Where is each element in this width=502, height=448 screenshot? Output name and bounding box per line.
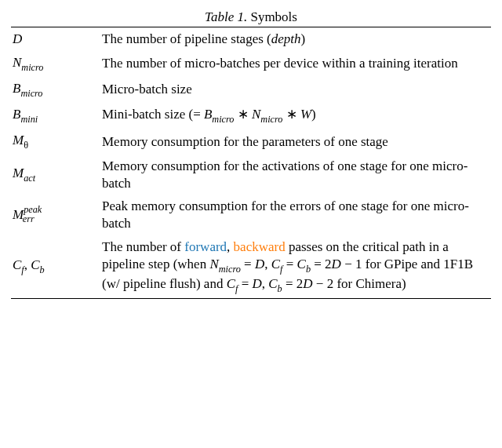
symbol-sub: micro	[21, 62, 43, 73]
math-var: C	[227, 276, 235, 291]
math-var: W	[300, 107, 311, 122]
math-var: C	[268, 276, 277, 291]
math-op: =	[282, 257, 296, 271]
backward-text: backward	[234, 239, 286, 254]
math-var: D	[252, 276, 261, 291]
desc-cell: The number of pipeline stages (depth)	[100, 27, 491, 51]
math-sub: b	[278, 283, 282, 294]
math-sub: f	[235, 283, 238, 294]
table-row: Nmicro The number of micro-batches per d…	[11, 51, 491, 77]
math-var: D	[332, 257, 341, 271]
symbol-Cf: C	[13, 257, 21, 272]
desc-cell: Peak memory consumption for the errors o…	[100, 195, 491, 235]
desc-cell: Micro-batch size	[100, 77, 491, 103]
math-var: D	[255, 257, 264, 271]
symbol-Nmicro: N	[13, 55, 21, 70]
table-row: Bmini Mini-batch size (= Bmicro ∗ Nmicro…	[11, 103, 491, 129]
math-var: C	[271, 257, 280, 271]
desc-text: ,	[262, 276, 269, 291]
desc-emph: depth	[271, 31, 301, 46]
desc-text: Mini-batch size (=	[102, 107, 204, 122]
math-var: N	[209, 257, 218, 271]
symbol-sub: mini	[20, 114, 38, 125]
symbols-table: D The number of pipeline stages (depth) …	[11, 27, 491, 299]
math-op: ∗	[282, 107, 300, 122]
table-row: Cf, Cb The number of forward, backward p…	[11, 235, 491, 298]
math-op: =	[238, 276, 252, 291]
math-op: = 2	[311, 257, 332, 271]
math-op: =	[241, 257, 255, 271]
symbol-cell: Bmicro	[11, 77, 100, 103]
table-caption: Table 1. Symbols	[11, 9, 491, 25]
table-row: Mpeakerr Peak memory consumption for the…	[11, 195, 491, 235]
table-label: Table 1.	[205, 9, 247, 24]
table-row: D The number of pipeline stages (depth)	[11, 27, 491, 51]
symbol-Bmicro: B	[13, 81, 20, 96]
math-sub: micro	[219, 264, 241, 275]
symbol-sub: err	[23, 213, 35, 224]
desc-text: ,	[264, 257, 271, 271]
desc-cell: The number of forward, backward passes o…	[100, 235, 491, 298]
table-row: Mact Memory consumption for the activati…	[11, 155, 491, 195]
symbol-cell: Mpeakerr	[11, 195, 100, 235]
symbol-cell: D	[11, 27, 100, 51]
symbol-D: D	[13, 31, 22, 46]
math-var: C	[297, 257, 306, 271]
symbol-sub: micro	[20, 88, 42, 99]
math-sub: f	[280, 264, 282, 275]
table-row: Mθ Memory consumption for the parameters…	[11, 129, 491, 155]
symbol-Mact: M	[13, 166, 24, 180]
desc-text: The number of pipeline stages (	[102, 31, 271, 46]
math-var: N	[252, 107, 260, 122]
desc-cell: Mini-batch size (= Bmicro ∗ Nmicro ∗ W)	[100, 103, 491, 129]
table-title-text: Symbols	[250, 9, 297, 24]
math-var: D	[303, 276, 312, 291]
desc-text: ,	[227, 239, 234, 254]
desc-text: − 2 for Chimera)	[313, 276, 406, 291]
symbol-sub: f	[21, 264, 24, 275]
desc-cell: Memory consumption for the parameters of…	[100, 129, 491, 155]
symbol-cell: Nmicro	[11, 51, 100, 77]
symbol-sub: act	[24, 173, 35, 184]
math-op: ∗	[234, 107, 252, 122]
symbol-cell: Mθ	[11, 129, 100, 155]
math-sub: b	[306, 264, 311, 275]
desc-text: )	[301, 31, 306, 46]
symbol-Cb: C	[31, 257, 39, 272]
forward-text: forward	[184, 239, 227, 254]
math-op: = 2	[282, 276, 304, 291]
symbol-sub: θ	[24, 140, 28, 151]
symbol-cell: Bmini	[11, 103, 100, 129]
table-row: Bmicro Micro-batch size	[11, 77, 491, 103]
math-var: B	[204, 107, 212, 122]
symbol-Mtheta: M	[13, 133, 24, 148]
desc-text: The number of	[102, 239, 184, 254]
desc-cell: The number of micro-batches per device w…	[100, 51, 491, 77]
symbol-Bmini: B	[13, 107, 20, 122]
math-sub: micro	[212, 114, 234, 125]
desc-text: )	[311, 107, 316, 122]
symbol-sub: b	[40, 264, 45, 275]
math-sub: micro	[260, 114, 282, 125]
symbol-cell: Cf, Cb	[11, 235, 100, 298]
desc-cell: Memory consumption for the activations o…	[100, 155, 491, 195]
symbol-cell: Mact	[11, 155, 100, 195]
comma: ,	[24, 257, 31, 272]
